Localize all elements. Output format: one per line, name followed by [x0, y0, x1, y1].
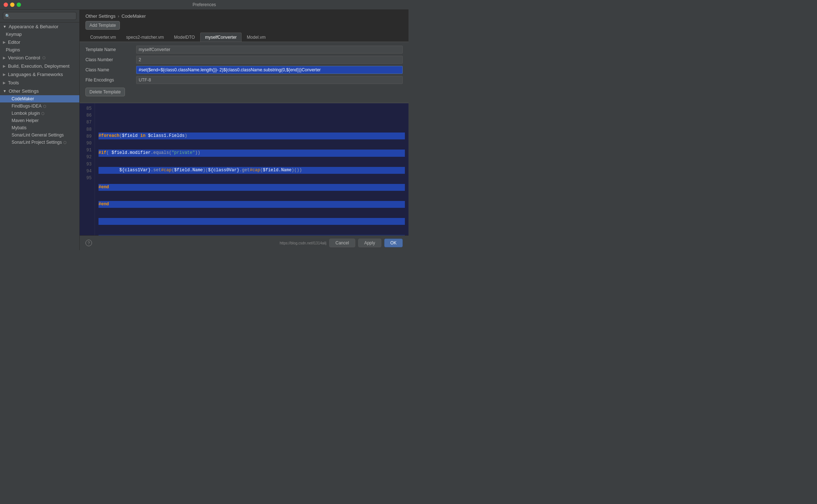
sidebar-item-label: Appearance & Behavior [9, 24, 58, 29]
sidebar-item-tools[interactable]: ▶ Tools [0, 79, 79, 87]
sidebar-item-build[interactable]: ▶ Build, Execution, Deployment [0, 62, 79, 70]
template-name-input[interactable] [136, 46, 403, 54]
line-num-92: 92 [83, 154, 92, 161]
sidebar-item-sonarlint-gen[interactable]: SonarLint General Settings [0, 131, 79, 139]
add-template-button[interactable]: Add Template [85, 21, 120, 30]
line-num-90: 90 [83, 140, 92, 147]
external-icon: ⬡ [41, 112, 45, 116]
delete-template-button[interactable]: Delete Template [85, 88, 125, 96]
class-number-input[interactable] [136, 56, 403, 64]
template-name-label: Template Name [85, 47, 133, 52]
close-button[interactable] [4, 3, 8, 7]
tab-modeldto[interactable]: ModelDTO [169, 33, 200, 42]
line-num-94: 94 [83, 168, 92, 175]
file-encodings-input[interactable] [136, 76, 403, 84]
chevron-right-icon: ▶ [3, 81, 6, 85]
line-numbers: 85 86 87 88 89 90 91 92 93 94 95 [80, 103, 95, 235]
title-bar: Preferences [0, 0, 408, 10]
cancel-button[interactable]: Cancel [329, 239, 355, 247]
template-name-row: Template Name [85, 46, 403, 54]
sidebar-item-label: Mybatis [12, 125, 26, 130]
breadcrumb-separator: › [118, 13, 119, 19]
sidebar-item-version-control[interactable]: ▶ Version Control ⬡ [0, 54, 79, 62]
line-num-88: 88 [83, 126, 92, 133]
tab-model[interactable]: Model.vm [242, 33, 271, 42]
sidebar-item-label: Build, Execution, Deployment [8, 63, 70, 69]
minimize-button[interactable] [10, 3, 14, 7]
bottom-right-actions: https://blog.csdn.net/l1314ailj Cancel A… [280, 239, 403, 247]
sidebar-item-label: SonarLint Project Settings [12, 140, 62, 145]
code-line-88: ${class1Var}.set#cap($field.Name)(${clas… [99, 167, 405, 174]
external-icon: ⬡ [42, 56, 46, 60]
sidebar-item-other-settings[interactable]: ▼ Other Settings [0, 87, 79, 95]
line-num-87: 87 [83, 119, 92, 126]
class-number-row: Class Number [85, 56, 403, 64]
line-num-89: 89 [83, 133, 92, 140]
line-num-86: 86 [83, 112, 92, 119]
tab-myselfconverter[interactable]: myselfConverter [200, 33, 241, 42]
main-content: Other Settings › CodeMaker Add Template … [80, 10, 408, 250]
code-content-area[interactable]: #foreach($field in $class1.Fields) #if( … [95, 103, 408, 235]
code-line-92: return ${class1Var}; [99, 235, 405, 235]
chevron-down-icon: ▼ [3, 25, 7, 29]
sidebar-item-lombok[interactable]: Lombok plugin ⬡ [0, 110, 79, 117]
sidebar-item-appearance[interactable]: ▼ Appearance & Behavior [0, 22, 79, 31]
apply-button[interactable]: Apply [358, 239, 381, 247]
ok-button[interactable]: OK [384, 239, 403, 247]
code-line-87: #if( $field.modifier.equals("private")) [99, 150, 405, 156]
sidebar-item-codemaker[interactable]: CodeMaker [0, 95, 79, 102]
file-encodings-row: File Encodings [85, 76, 403, 84]
tab-converter[interactable]: Converter.vm [85, 33, 121, 42]
chevron-right-icon: ▶ [3, 72, 6, 76]
file-encodings-label: File Encodings [85, 77, 133, 83]
class-name-row: Class Name [85, 66, 403, 74]
chevron-down-icon: ▼ [3, 89, 7, 93]
bottom-bar: ? https://blog.csdn.net/l1314ailj Cancel… [80, 235, 408, 250]
sidebar-item-editor[interactable]: ▶ Editor [0, 38, 79, 46]
sidebar-item-label: Lombok plugin [12, 111, 40, 116]
chevron-right-icon: ▶ [3, 56, 6, 60]
line-num-85: 85 [83, 105, 92, 112]
sidebar-item-maven[interactable]: Maven Helper [0, 117, 79, 124]
breadcrumb-current: CodeMaker [121, 13, 146, 19]
form-area: Template Name Class Number Class Name Fi… [80, 42, 408, 103]
code-line-90: #end [99, 201, 405, 208]
sidebar-item-keymap[interactable]: Keymap [0, 31, 79, 38]
code-line-86: #foreach($field in $class1.Fields) [99, 133, 405, 139]
class-name-input[interactable] [136, 66, 403, 74]
sidebar-item-sonarlint-proj[interactable]: SonarLint Project Settings ⬡ [0, 139, 79, 146]
sidebar-item-label: Languages & Frameworks [8, 72, 63, 77]
url-text: https://blog.csdn.net/l1314ailj [280, 241, 326, 245]
sidebar-item-label: SonarLint General Settings [12, 133, 64, 138]
help-button[interactable]: ? [85, 240, 92, 246]
code-editor[interactable]: 85 86 87 88 89 90 91 92 93 94 95 #foreac… [80, 103, 408, 235]
maximize-button[interactable] [17, 3, 21, 7]
code-line-89: #end [99, 184, 405, 191]
sidebar: 🔍 ▼ Appearance & Behavior Keymap ▶ Edito… [0, 10, 80, 250]
sidebar-item-label: Keymap [6, 32, 22, 37]
sidebar-item-plugins[interactable]: Plugins [0, 46, 79, 54]
sidebar-item-label: FindBugs-IDEA [12, 104, 42, 109]
sidebar-item-label: Editor [8, 39, 20, 45]
sidebar-item-label: CodeMaker [12, 96, 34, 101]
search-box[interactable]: 🔍 [0, 10, 79, 22]
class-name-label: Class Name [85, 67, 133, 72]
breadcrumb: Other Settings › CodeMaker [80, 10, 408, 21]
code-line-85 [99, 116, 405, 122]
external-icon: ⬡ [43, 104, 46, 108]
sidebar-item-label: Other Settings [9, 88, 39, 94]
line-num-93: 93 [83, 161, 92, 168]
search-icon: 🔍 [5, 14, 10, 18]
tabs-bar: Converter.vm specs2-matcher.vm ModelDTO … [80, 33, 408, 42]
class-number-label: Class Number [85, 57, 133, 62]
sidebar-item-mybatis[interactable]: Mybatis [0, 124, 79, 131]
code-line-91 [99, 218, 405, 225]
sidebar-item-languages[interactable]: ▶ Languages & Frameworks [0, 70, 79, 79]
external-icon: ⬡ [63, 140, 67, 144]
chevron-right-icon: ▶ [3, 40, 6, 44]
sidebar-item-label: Version Control [8, 55, 40, 60]
tab-specs2[interactable]: specs2-matcher.vm [121, 33, 168, 42]
sidebar-item-label: Tools [8, 80, 19, 85]
sidebar-item-findbugs[interactable]: FindBugs-IDEA ⬡ [0, 102, 79, 110]
search-input[interactable] [3, 12, 76, 20]
